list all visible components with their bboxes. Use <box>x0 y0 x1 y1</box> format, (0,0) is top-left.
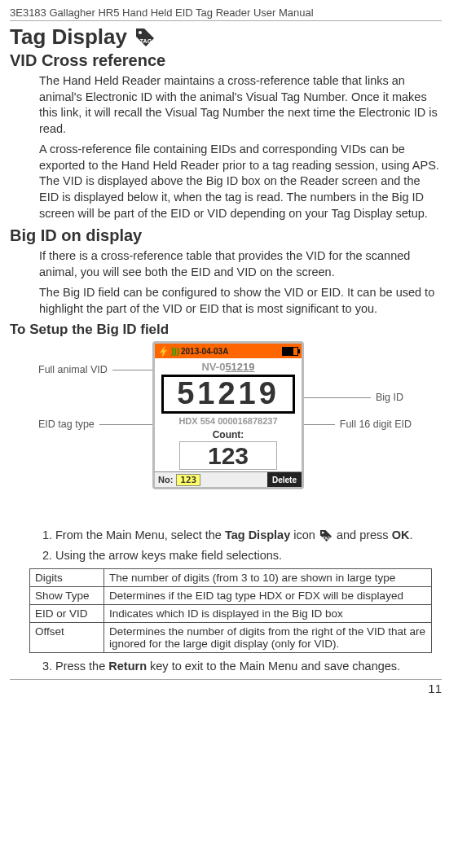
signal-icon: ⚡ <box>157 344 171 357</box>
callout-full-eid: Full 16 digit EID <box>297 419 412 430</box>
no-value: 123 <box>176 474 200 486</box>
vid-cross-ref-heading: VID Cross reference <box>10 51 442 70</box>
step-1: From the Main Menu, select the Tag Displ… <box>55 527 442 543</box>
no-field: No: 123 <box>155 472 267 487</box>
table-row: EID or VID Indicates which ID is display… <box>30 604 432 622</box>
delete-button: Delete <box>267 472 302 487</box>
page-title: Tag Display TAG <box>10 24 442 50</box>
count-value: 123 <box>179 441 277 470</box>
device-footer: No: 123 Delete <box>155 471 302 487</box>
opt-eidvid-label: EID or VID <box>30 604 104 622</box>
opt-digits-label: Digits <box>30 568 104 586</box>
svg-text:TAG: TAG <box>322 537 330 541</box>
wifi-icon: ))) <box>171 347 179 356</box>
step-3: Press the Return key to exit to the Main… <box>55 658 442 674</box>
battery-icon <box>282 347 298 356</box>
svg-text:TAG: TAG <box>140 38 152 44</box>
eid-mid: 554 <box>200 416 215 426</box>
opt-digits-desc: The number of digits (from 3 to 10) are … <box>104 568 432 586</box>
opt-showtype-desc: Determines if the EID tag type HDX or FD… <box>104 586 432 604</box>
page-title-text: Tag Display <box>10 24 127 50</box>
opt-eidvid-desc: Indicates which ID is displayed in the B… <box>104 604 432 622</box>
doc-header: 3E3183 Gallagher HR5 Hand Held EID Tag R… <box>10 7 442 21</box>
tag-icon-inline: TAG <box>319 528 333 543</box>
tag-icon: TAG <box>134 26 156 49</box>
device-diagram: Full animal VID EID tag type Big ID Full… <box>38 341 413 520</box>
eid-type-text: HDX <box>178 416 197 426</box>
bigid-para-2: The Big ID field can be configured to sh… <box>39 285 442 317</box>
setup-heading: To Setup the Big ID field <box>10 322 442 338</box>
step-2: Using the arrow keys make field selectio… <box>55 547 442 563</box>
callout-full-vid: Full animal VID <box>38 364 161 375</box>
svg-point-0 <box>139 31 142 34</box>
vid-para-2: A cross-reference file containing EIDs a… <box>39 142 442 221</box>
device-statusbar: ⚡ ))) 2013-04-03A <box>155 344 302 358</box>
page-number: 11 <box>10 679 442 695</box>
callout-eid-type: EID tag type <box>38 419 161 430</box>
device-vid: NV-051219 <box>155 358 302 375</box>
session-name: 2013-04-03A <box>181 347 228 356</box>
device-eid: HDX 554 000016878237 <box>155 414 302 427</box>
callout-full-vid-label: Full animal VID <box>38 364 108 375</box>
table-row: Show Type Determines if the EID tag type… <box>30 586 432 604</box>
callout-eid-type-label: EID tag type <box>38 419 95 430</box>
callout-big-id: Big ID <box>297 392 403 403</box>
bigid-heading: Big ID on display <box>10 226 442 245</box>
vid-prefix: NV-0 <box>201 361 225 373</box>
count-label: Count: <box>155 427 302 441</box>
opt-offset-label: Offset <box>30 622 104 652</box>
table-row: Offset Determines the number of digits f… <box>30 622 432 652</box>
opt-offset-desc: Determines the number of digits from the… <box>104 622 432 652</box>
no-label: No: <box>158 475 173 484</box>
bigid-para-1: If there is a cross-reference table that… <box>39 248 442 280</box>
opt-showtype-label: Show Type <box>30 586 104 604</box>
callout-big-id-label: Big ID <box>376 392 403 403</box>
device-bigid: 51219 <box>161 375 295 414</box>
vid-para-1: The Hand Held Reader maintains a cross-r… <box>39 73 442 137</box>
options-table: Digits The number of digits (from 3 to 1… <box>29 568 432 653</box>
eid-rest: 000016878237 <box>218 416 277 426</box>
device-screen: ⚡ ))) 2013-04-03A NV-051219 51219 HDX 55… <box>152 341 304 489</box>
svg-point-2 <box>322 532 324 534</box>
table-row: Digits The number of digits (from 3 to 1… <box>30 568 432 586</box>
callout-full-eid-label: Full 16 digit EID <box>340 419 412 430</box>
vid-suffix: 51219 <box>225 361 254 373</box>
